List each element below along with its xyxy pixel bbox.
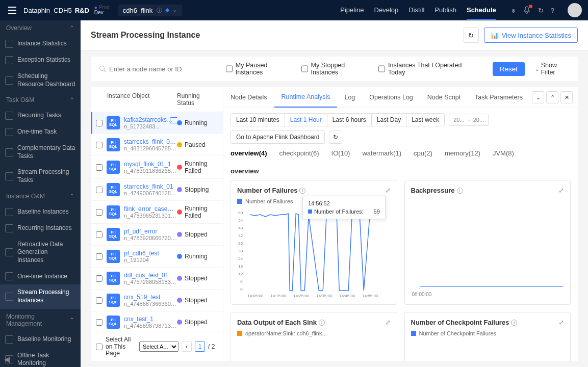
view-stats-button[interactable]: 📊 View Instance Statistics — [484, 28, 578, 43]
detail-tab[interactable]: Node Details — [223, 88, 274, 107]
env-switch[interactable]: ● Prod Dev — [94, 5, 110, 15]
info-icon[interactable]: i — [457, 188, 463, 194]
date-range[interactable]: 20... → 20... — [449, 114, 489, 126]
select-all-cb[interactable] — [96, 344, 103, 350]
avatar[interactable] — [568, 3, 582, 17]
metric-tab[interactable]: JVM(8) — [493, 149, 514, 160]
refresh-button[interactable]: ↻ — [464, 28, 479, 43]
expand-icon[interactable]: ⤢ — [385, 319, 391, 326]
expand-icon[interactable]: ⤢ — [385, 187, 391, 194]
time-range-button[interactable]: Last 1 Hour — [285, 114, 327, 126]
expand-icon[interactable]: ⤢ — [558, 319, 564, 326]
show-filter-toggle[interactable]: ⌄Show Filter — [535, 62, 570, 76]
row-checkbox[interactable] — [96, 120, 103, 126]
flink-dashboard-button[interactable]: Go to Apache Flink Dashboard — [231, 130, 325, 144]
row-checkbox[interactable] — [96, 187, 103, 193]
chevron-down-icon[interactable]: ⌄ — [172, 7, 177, 14]
sidebar-item[interactable]: Stream Processing Tasks — [0, 164, 81, 188]
robot-icon[interactable]: ⎈ — [512, 7, 516, 14]
diamond-icon[interactable]: ◆ — [165, 7, 169, 14]
chk-operated[interactable]: Instances That I Operated Today — [378, 62, 472, 76]
sidebar-item[interactable]: Scheduling Resource Dashboard — [0, 68, 81, 92]
table-row[interactable]: FliSQLcnx_519_testn_474868736636085...St… — [91, 290, 223, 311]
metric-tab[interactable]: overview(4) — [231, 149, 267, 160]
table-row[interactable]: FliSQLstarrocks_flink_01_1n_483129604578… — [91, 134, 223, 156]
prev-page-button[interactable]: ‹ — [182, 342, 192, 352]
time-range-button[interactable]: Last week — [406, 114, 444, 126]
row-checkbox[interactable] — [96, 319, 103, 326]
page-number[interactable]: 1 — [195, 342, 205, 352]
time-range-button[interactable]: Last 10 minutes — [231, 114, 285, 126]
row-checkbox[interactable] — [96, 209, 103, 216]
time-range-button[interactable]: Last 6 hours — [327, 114, 372, 126]
time-refresh-button[interactable]: ↻ — [329, 130, 342, 144]
sidebar-item[interactable]: Instance Statistics — [0, 36, 81, 52]
info-icon[interactable]: ⓘ — [157, 7, 162, 14]
collapse-sidebar-icon[interactable]: ◀| — [4, 356, 10, 363]
sidebar-item[interactable]: Baseline Monitoring — [0, 331, 81, 348]
close-icon[interactable]: ✕ — [560, 91, 573, 103]
sidebar-item[interactable]: One-time Task — [0, 124, 81, 140]
nav-publish[interactable]: Publish — [434, 1, 456, 20]
nav-pipeline[interactable]: Pipeline — [340, 1, 364, 20]
sidebar-section[interactable]: Overview⌃ — [0, 20, 81, 36]
sidebar-item[interactable]: Stream Processing Instances — [0, 284, 81, 308]
metric-tab[interactable]: IO(10) — [331, 149, 350, 160]
project-dropdown[interactable]: cdh6_flink ⓘ ◆ ⌄ — [118, 5, 183, 16]
table-row[interactable]: FliSQLddl_cus_test_01n_475726805818310..… — [91, 268, 223, 290]
sidebar-item[interactable]: Exception Statistics — [0, 52, 81, 68]
sidebar: Overview⌃Instance StatisticsException St… — [0, 20, 81, 367]
row-checkbox[interactable] — [96, 231, 103, 238]
row-checkbox[interactable] — [96, 253, 103, 260]
detail-tab[interactable]: Node Script — [420, 88, 468, 107]
batch-action-select[interactable]: Select A... — [139, 342, 178, 352]
sidebar-item[interactable]: Recurring Tasks — [0, 108, 81, 124]
nav-schedule[interactable]: Schedule — [467, 1, 496, 20]
help-icon[interactable]: ? — [551, 7, 554, 14]
bell-icon[interactable] — [523, 6, 531, 14]
chk-stopped[interactable]: My Stopped Instances — [301, 62, 369, 76]
table-row[interactable]: FliSQLcnx_test_1n_474589879871333...Stop… — [91, 311, 223, 332]
hamburger-icon[interactable] — [6, 4, 18, 16]
sidebar-item[interactable]: Baseline Instances — [0, 204, 81, 220]
metric-tab[interactable]: watermark(1) — [362, 149, 401, 160]
info-icon[interactable]: i — [319, 320, 325, 326]
sidebar-item[interactable]: Offline Task Monitoring — [0, 348, 81, 367]
row-checkbox[interactable] — [96, 275, 103, 282]
info-icon[interactable]: i — [511, 320, 517, 326]
table-row[interactable]: FliSQLstarrocks_flink_01n_47490067401289… — [91, 179, 223, 201]
detail-tab[interactable]: Runtime Analysis — [274, 87, 338, 108]
nav-distill[interactable]: Distill — [408, 1, 424, 20]
time-range-button[interactable]: Last Day — [372, 114, 406, 126]
search-input[interactable] — [99, 65, 216, 73]
table-row[interactable]: FliSQLpf_cdh6_testn_191204Running — [91, 246, 223, 268]
row-checkbox[interactable] — [96, 164, 103, 171]
row-checkbox[interactable] — [96, 142, 103, 148]
metric-tab[interactable]: cpu(2) — [414, 149, 432, 160]
sidebar-item[interactable]: One-time Instance — [0, 268, 81, 284]
sidebar-item[interactable]: Recurring Instances — [0, 220, 81, 237]
detail-tab[interactable]: Task Parameters — [468, 88, 530, 107]
sidebar-item[interactable]: Complementary Data Tasks — [0, 140, 81, 164]
sidebar-section[interactable]: Task O&M⌃ — [0, 92, 81, 108]
expand-icon[interactable]: ⤢ — [558, 187, 564, 194]
sidebar-section[interactable]: Monitoring Management⌃ — [0, 309, 81, 331]
detail-tab[interactable]: Log — [337, 88, 362, 107]
row-checkbox[interactable] — [96, 297, 103, 304]
collapse-up-icon[interactable]: ⌃ — [546, 91, 558, 103]
nav-develop[interactable]: Develop — [374, 1, 399, 20]
refresh-icon[interactable]: ↻ — [538, 7, 544, 14]
table-row[interactable]: FliSQLflink_error_case_01n_4783965231301… — [91, 201, 223, 224]
table-row[interactable]: FliSQLkafka2starrcoksnewn_51732483...Run… — [91, 112, 223, 134]
sidebar-section[interactable]: Instance O&M⌃ — [0, 189, 81, 204]
collapse-down-icon[interactable]: ⌄ — [532, 91, 544, 103]
reset-button[interactable]: Reset — [493, 62, 525, 76]
chk-paused[interactable]: My Paused Instances — [226, 62, 291, 76]
sidebar-item[interactable]: Retroactive Data Generation Instances — [0, 237, 81, 269]
metric-tab[interactable]: checkpoint(6) — [279, 149, 319, 160]
metric-tab[interactable]: memory(12) — [445, 149, 480, 160]
table-row[interactable]: FliSQLmysql_flink_01_1n_478391183626803.… — [91, 156, 223, 179]
detail-tab[interactable]: Operations Log — [362, 88, 420, 107]
info-icon[interactable]: i — [299, 188, 305, 194]
table-row[interactable]: FliSQLpf_udf_errorn_478392066672099...St… — [91, 224, 223, 246]
